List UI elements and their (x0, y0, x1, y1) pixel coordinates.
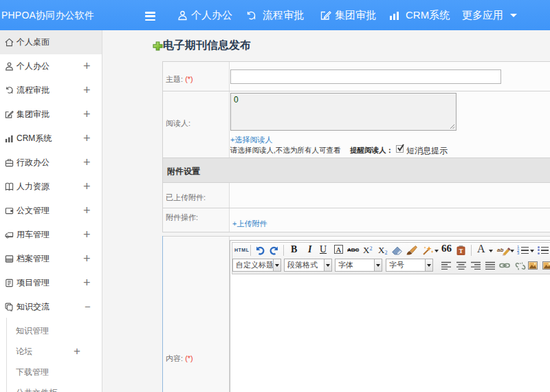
svg-text:T: T (459, 248, 463, 254)
